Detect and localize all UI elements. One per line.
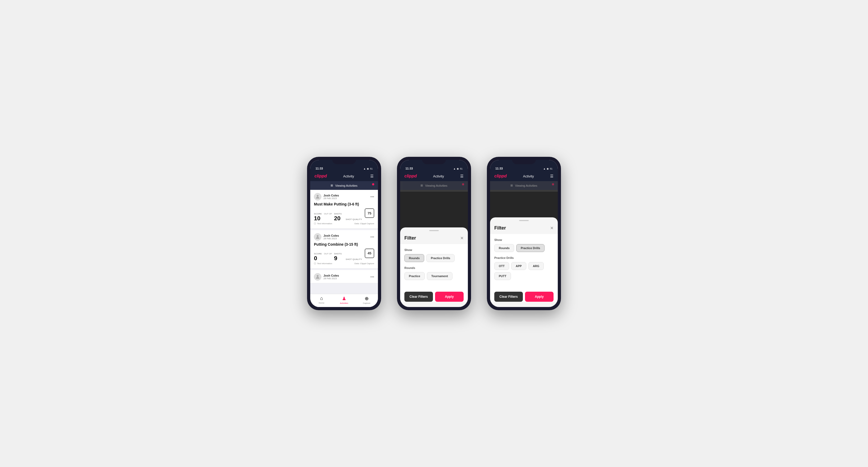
user-name-1: Josh Coles bbox=[323, 194, 339, 197]
show-buttons-2: Rounds Practice Drills bbox=[404, 254, 464, 262]
rounds-section-label-2: Rounds bbox=[404, 266, 464, 270]
activity-title-2: Putting Combine (3-15 ft) bbox=[314, 242, 374, 246]
user-info-1: Josh Coles 28 Feb 2023 bbox=[314, 193, 339, 200]
filter-title-3: Filter bbox=[494, 225, 506, 231]
shot-quality-label-2: Shot Quality bbox=[346, 258, 374, 260]
rounds-btn-3[interactable]: Rounds bbox=[494, 244, 514, 252]
card-footer-2: ⓘ Test Information Data: Clippd Capture bbox=[314, 262, 374, 265]
filter-sheet-2: Filter ✕ Show Rounds Practice Drills Rou… bbox=[400, 227, 468, 307]
close-icon-2[interactable]: ✕ bbox=[460, 236, 464, 241]
app-btn-3[interactable]: APP bbox=[511, 262, 526, 270]
card-header-2: Josh Coles 28 Feb 2023 ••• bbox=[314, 233, 374, 241]
nav-menu-2[interactable]: ☰ bbox=[460, 174, 464, 178]
clear-btn-3[interactable]: Clear Filters bbox=[494, 292, 523, 302]
apply-btn-3[interactable]: Apply bbox=[525, 292, 554, 302]
status-icons-1: ▲ ◉ 51 bbox=[363, 167, 373, 170]
capture-icon: ⊕ bbox=[365, 295, 369, 302]
phone-3: 11:33 ▲ ◉ 51 clippd Activity ☰ ⊞ Viewing… bbox=[487, 157, 561, 310]
tournament-btn-2[interactable]: Tournament bbox=[427, 272, 453, 280]
filter-icon-3: ⊞ bbox=[510, 184, 513, 187]
shots-label-2: Shots bbox=[334, 253, 342, 255]
viewing-dot-3 bbox=[552, 183, 554, 185]
phones-container: 11:33 ▲ ◉ 51 clippd Activity ☰ ⊞ Viewing… bbox=[307, 157, 561, 310]
more-dots-1[interactable]: ••• bbox=[370, 195, 374, 199]
tab-capture[interactable]: ⊕ Capture bbox=[355, 295, 378, 304]
nav-logo-1: clippd bbox=[314, 174, 327, 179]
show-label-3: Show bbox=[494, 238, 554, 242]
card-header-3: Josh Coles 28 Feb 2023 ••• bbox=[314, 273, 374, 281]
show-label-2: Show bbox=[404, 248, 464, 251]
data-source-1: Data: Clippd Capture bbox=[354, 222, 374, 225]
phone-1: 11:33 ▲ ◉ 51 clippd Activity ☰ ⊞ Viewing… bbox=[307, 157, 381, 310]
screen-content-3: ⊞ Viewing Activities Filter ✕ Show bbox=[490, 181, 558, 307]
practice-drills-btn-3[interactable]: Practice Drills bbox=[516, 244, 545, 252]
clear-btn-2[interactable]: Clear Filters bbox=[404, 292, 433, 302]
nav-logo-3: clippd bbox=[494, 174, 507, 179]
show-buttons-3: Rounds Practice Drills bbox=[494, 244, 554, 252]
viewing-dot-1 bbox=[372, 183, 374, 185]
viewing-bar-text-2: Viewing Activities bbox=[425, 184, 447, 187]
nav-menu-3[interactable]: ☰ bbox=[550, 174, 554, 178]
drill-buttons-3: OTT APP ARG PUTT bbox=[494, 262, 554, 280]
user-date-3: 28 Feb 2023 bbox=[323, 277, 339, 280]
card-header-1: Josh Coles 28 Feb 2023 ••• bbox=[314, 193, 374, 200]
practice-drills-section-label-3: Practice Drills bbox=[494, 256, 554, 259]
avatar-1 bbox=[314, 193, 321, 200]
tab-home-label: Home bbox=[319, 302, 324, 304]
rounds-buttons-2: Practice Tournament bbox=[404, 272, 464, 280]
shot-quality-value-2: 45 bbox=[368, 251, 371, 255]
sheet-header-3: Filter ✕ bbox=[490, 223, 558, 234]
practice-btn-2[interactable]: Practice bbox=[404, 272, 425, 280]
activity-title-1: Must Make Putting (3-6 ft) bbox=[314, 202, 374, 206]
close-icon-3[interactable]: ✕ bbox=[550, 225, 554, 230]
status-icons-3: ▲ ◉ 51 bbox=[543, 167, 553, 170]
notch-1 bbox=[332, 157, 356, 164]
user-name-2: Josh Coles bbox=[323, 234, 339, 237]
shots-value-2: 9 bbox=[334, 255, 337, 261]
score-value-2: 0 bbox=[314, 255, 317, 261]
practice-drills-btn-2[interactable]: Practice Drills bbox=[426, 254, 455, 262]
status-time-3: 11:33 bbox=[495, 167, 503, 170]
more-dots-2[interactable]: ••• bbox=[370, 235, 374, 239]
shot-quality-badge-1: 75 bbox=[365, 208, 374, 218]
shots-value-1: 20 bbox=[334, 215, 340, 222]
svg-point-0 bbox=[317, 195, 319, 197]
notch-3 bbox=[512, 157, 536, 164]
rounds-btn-2[interactable]: Rounds bbox=[404, 254, 424, 262]
shot-quality-value-1: 75 bbox=[368, 211, 371, 215]
user-name-3: Josh Coles bbox=[323, 274, 339, 277]
sheet-header-2: Filter ✕ bbox=[400, 233, 468, 244]
nav-title-3: Activity bbox=[523, 174, 534, 178]
nav-bar-2: clippd Activity ☰ bbox=[400, 172, 468, 181]
screen-content-1: ⊞ Viewing Activities bbox=[310, 181, 378, 294]
phone-2: 11:33 ▲ ◉ 51 clippd Activity ☰ ⊞ Viewing… bbox=[397, 157, 471, 310]
phone-3-inner: 11:33 ▲ ◉ 51 clippd Activity ☰ ⊞ Viewing… bbox=[490, 160, 558, 307]
activity-card-3: Josh Coles 28 Feb 2023 ••• bbox=[310, 270, 378, 283]
shot-quality-badge-2: 45 bbox=[365, 249, 374, 258]
user-date-2: 28 Feb 2023 bbox=[323, 237, 339, 240]
svg-point-2 bbox=[317, 275, 319, 277]
screen-content-2: ⊞ Viewing Activities Filter ✕ Show bbox=[400, 181, 468, 307]
nav-menu-1[interactable]: ☰ bbox=[370, 174, 374, 178]
putt-btn-3[interactable]: PUTT bbox=[494, 272, 511, 280]
sheet-body-3: Show Rounds Practice Drills Practice Dri… bbox=[490, 234, 558, 288]
sheet-footer-2: Clear Filters Apply bbox=[400, 288, 468, 302]
tab-activities[interactable]: ♟ Activities bbox=[333, 295, 355, 304]
tab-home[interactable]: ⌂ Home bbox=[310, 295, 333, 304]
nav-title-1: Activity bbox=[343, 174, 354, 178]
phone-2-inner: 11:33 ▲ ◉ 51 clippd Activity ☰ ⊞ Viewing… bbox=[400, 160, 468, 307]
status-time-1: 11:33 bbox=[315, 167, 323, 170]
score-label-2: Score bbox=[314, 253, 322, 255]
arg-btn-3[interactable]: ARG bbox=[528, 262, 544, 270]
apply-btn-2[interactable]: Apply bbox=[435, 292, 464, 302]
score-label-1: Score bbox=[314, 213, 322, 215]
filter-title-2: Filter bbox=[404, 235, 416, 241]
shot-quality-label-1: Shot Quality bbox=[346, 218, 374, 221]
home-icon: ⌂ bbox=[320, 295, 323, 301]
ott-btn-3[interactable]: OTT bbox=[494, 262, 509, 270]
user-info-2: Josh Coles 28 Feb 2023 bbox=[314, 233, 339, 241]
more-dots-3[interactable]: ••• bbox=[370, 275, 374, 279]
nav-bar-1: clippd Activity ☰ bbox=[310, 172, 378, 181]
nav-logo-2: clippd bbox=[404, 174, 417, 179]
viewing-bar-1[interactable]: ⊞ Viewing Activities bbox=[310, 181, 378, 190]
